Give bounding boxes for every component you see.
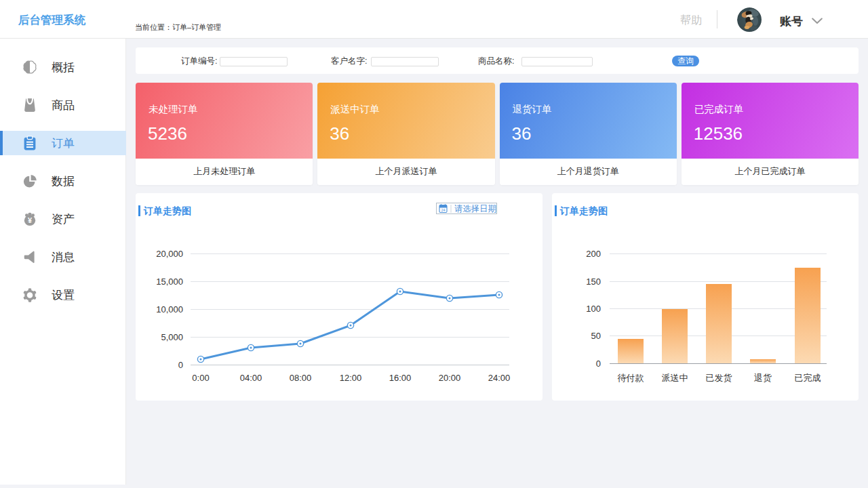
svg-text:已发货: 已发货: [706, 373, 732, 383]
svg-text:08:00: 08:00: [290, 373, 312, 383]
svg-text:退货: 退货: [754, 373, 772, 383]
svg-text:15,000: 15,000: [156, 277, 183, 287]
svg-text:已完成: 已完成: [795, 373, 821, 383]
svg-text:0: 0: [596, 359, 601, 369]
svg-text:0: 0: [178, 360, 183, 370]
svg-text:200: 200: [586, 249, 601, 259]
svg-text:10,000: 10,000: [156, 304, 183, 314]
svg-text:12:00: 12:00: [340, 373, 362, 383]
svg-text:待付款: 待付款: [618, 373, 644, 383]
svg-text:100: 100: [586, 304, 601, 314]
svg-text:派送中: 派送中: [662, 373, 688, 383]
svg-text:150: 150: [586, 277, 601, 287]
svg-text:¥: ¥: [28, 216, 33, 224]
svg-text:0:00: 0:00: [192, 373, 209, 383]
svg-text:20,000: 20,000: [156, 249, 183, 259]
svg-text:50: 50: [591, 331, 601, 341]
svg-text:24:00: 24:00: [488, 373, 511, 383]
svg-text:16:00: 16:00: [389, 373, 412, 383]
svg-text:04:00: 04:00: [240, 373, 262, 383]
svg-text:5,000: 5,000: [161, 332, 183, 342]
svg-text:20:00: 20:00: [439, 373, 461, 383]
